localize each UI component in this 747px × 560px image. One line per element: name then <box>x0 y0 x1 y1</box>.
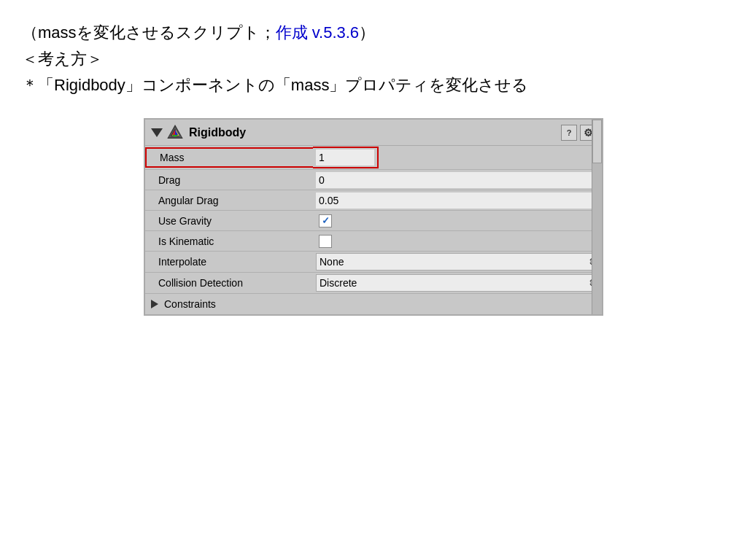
is-kinematic-value <box>313 232 602 251</box>
collision-detection-value: Discrete ⇕ <box>313 273 602 293</box>
heading-prefix: （massを変化させるスクリプト； <box>22 23 276 42</box>
collapse-triangle-icon[interactable] <box>151 128 163 137</box>
is-kinematic-label: Is Kinematic <box>145 233 313 250</box>
heading-version: 作成 v.5.3.6 <box>276 23 360 42</box>
inspector-body: Mass Drag Angular Drag <box>145 146 602 314</box>
heading-suffix: ） <box>359 23 375 42</box>
angular-drag-value <box>313 191 602 210</box>
interpolate-select-value: None <box>320 256 344 268</box>
use-gravity-checkbox[interactable] <box>319 214 332 228</box>
angular-drag-label: Angular Drag <box>145 192 313 209</box>
constraints-expand-icon <box>151 300 158 308</box>
interpolate-row: Interpolate None ⇕ <box>145 252 602 273</box>
heading-line1: （massを変化させるスクリプト；作成 v.5.3.6） <box>22 22 725 44</box>
angular-drag-row: Angular Drag <box>145 190 602 211</box>
heading-line3: ＊「Rigidbody」コンポーネントの「mass」プロパティを変化させる <box>22 74 725 96</box>
use-gravity-label: Use Gravity <box>145 212 313 230</box>
inspector-panel: Rigidbody ? ⚙ Mass Drag <box>144 118 603 316</box>
mass-label: Mass <box>145 147 313 168</box>
unity-logo-icon <box>167 125 183 141</box>
scrollbar[interactable] <box>592 120 602 314</box>
inspector-header: Rigidbody ? ⚙ <box>145 120 602 146</box>
help-icon-button[interactable]: ? <box>561 125 577 141</box>
use-gravity-checkbox-wrapper <box>316 213 599 229</box>
collision-detection-label: Collision Detection <box>145 274 313 292</box>
interpolate-label: Interpolate <box>145 253 313 271</box>
is-kinematic-row: Is Kinematic <box>145 231 602 252</box>
is-kinematic-checkbox-wrapper <box>316 233 599 249</box>
inspector-title: Rigidbody <box>189 126 561 139</box>
use-gravity-value <box>313 211 602 230</box>
drag-input[interactable] <box>316 172 599 188</box>
interpolate-value: None ⇕ <box>313 252 602 272</box>
mass-row: Mass <box>145 146 602 170</box>
header-icons: ? ⚙ <box>561 125 596 141</box>
mass-input-wrapper <box>313 147 379 168</box>
use-gravity-row: Use Gravity <box>145 211 602 231</box>
collision-detection-row: Collision Detection Discrete ⇕ <box>145 273 602 294</box>
mass-input[interactable] <box>316 149 374 166</box>
drag-row: Drag <box>145 170 602 190</box>
constraints-row[interactable]: Constraints <box>145 294 602 314</box>
collision-detection-select-value: Discrete <box>320 277 357 289</box>
scrollbar-thumb[interactable] <box>592 120 602 163</box>
interpolate-select[interactable]: None ⇕ <box>316 253 599 271</box>
constraints-label: Constraints <box>164 298 216 310</box>
angular-drag-input[interactable] <box>316 192 599 209</box>
page-content: （massを変化させるスクリプト；作成 v.5.3.6） ＜考え方＞ ＊「Rig… <box>0 0 747 330</box>
drag-value <box>313 171 602 190</box>
drag-label: Drag <box>145 171 313 189</box>
is-kinematic-checkbox[interactable] <box>319 235 332 248</box>
heading-line2: ＜考え方＞ <box>22 48 725 70</box>
collision-detection-select[interactable]: Discrete ⇕ <box>316 274 599 292</box>
